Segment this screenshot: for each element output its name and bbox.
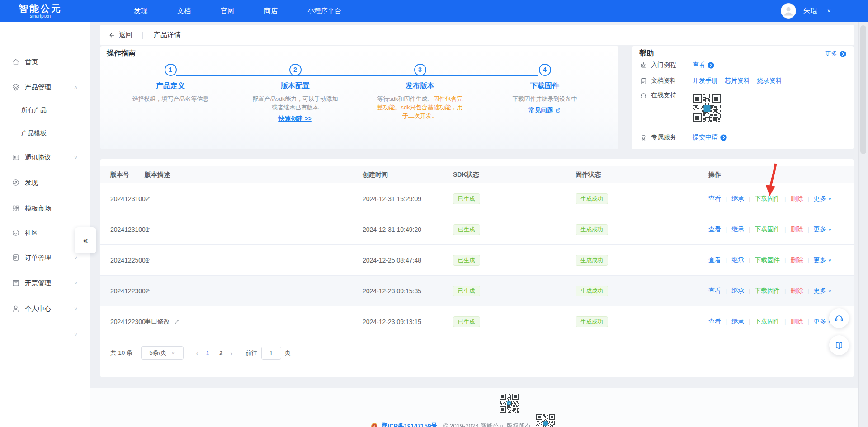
op-inherit-link[interactable]: 继承 xyxy=(731,195,744,203)
divider: | xyxy=(784,226,786,233)
support-float-button[interactable] xyxy=(829,308,849,328)
sidebar-item-5[interactable]: 通讯协议∨ xyxy=(0,148,90,166)
nav-item-1[interactable]: 发现 xyxy=(119,0,162,22)
divider: | xyxy=(784,257,786,263)
help-link[interactable]: 提交申请 xyxy=(693,133,727,141)
op-more-link[interactable]: 更多∨ xyxy=(814,287,832,295)
edit-pencil-icon[interactable] xyxy=(145,257,151,263)
edit-pencil-icon[interactable] xyxy=(174,318,180,325)
cell-sdk-status: 已生成 xyxy=(453,224,576,235)
table-row: 20241223001串口修改2024-12-23 09:13:15已生成生成成… xyxy=(100,306,854,337)
sidebar-item-3[interactable]: 所有产品 xyxy=(0,101,90,119)
op-view-link[interactable]: 查看 xyxy=(708,195,721,203)
avatar[interactable] xyxy=(781,3,796,19)
op-view-link[interactable]: 查看 xyxy=(708,225,721,234)
op-inherit-link[interactable]: 继承 xyxy=(731,256,744,264)
divider: | xyxy=(726,319,727,325)
nav-item-5[interactable]: 小程序平台 xyxy=(292,0,356,22)
op-delete-link[interactable]: 删除 xyxy=(790,318,803,326)
page-size-select[interactable]: 5条/页∨ xyxy=(141,346,184,360)
nav-item-3[interactable]: 官网 xyxy=(206,0,249,22)
op-delete-link[interactable]: 删除 xyxy=(790,195,803,203)
sidebar-item-label: 所有产品 xyxy=(21,106,47,114)
cell-sdk-status: 已生成 xyxy=(453,255,576,266)
circle-arrow-icon xyxy=(708,62,714,69)
edit-pencil-icon[interactable] xyxy=(145,195,151,202)
edit-pencil-icon[interactable] xyxy=(145,287,151,294)
sidebar-item-7[interactable]: 模板市场 xyxy=(0,199,90,217)
chevron-down-icon[interactable]: ∨ xyxy=(827,8,831,13)
page-number-1[interactable]: 1 xyxy=(201,350,215,357)
op-inherit-link[interactable]: 继承 xyxy=(731,318,744,326)
help-link[interactable]: 查看 xyxy=(693,61,714,69)
sidebar-item-2[interactable]: 产品管理∧ xyxy=(0,78,90,96)
next-page-button[interactable]: › xyxy=(228,349,236,357)
cell-firmware-status: 生成成功 xyxy=(576,316,708,327)
step-link[interactable]: 快速创建 >> xyxy=(278,115,312,123)
op-download-firmware-link[interactable]: 下载固件 xyxy=(755,287,780,295)
op-view-link[interactable]: 查看 xyxy=(708,256,721,264)
divider: | xyxy=(784,319,786,325)
sidebar-item-10[interactable]: 开票管理∨ xyxy=(0,274,90,292)
op-more-link[interactable]: 更多∨ xyxy=(814,256,832,264)
help-row-label: 入门例程 xyxy=(651,61,685,69)
sidebar-item-4[interactable]: 产品模板 xyxy=(0,124,90,142)
cell-created-time: 2024-12-23 09:15:35 xyxy=(363,287,453,295)
sidebar-item-11[interactable]: 个人中心∨ xyxy=(0,300,90,318)
op-download-firmware-link[interactable]: 下载固件 xyxy=(755,195,780,203)
prev-page-button[interactable]: ‹ xyxy=(193,349,201,357)
op-download-firmware-link[interactable]: 下载固件 xyxy=(755,318,780,326)
op-more-link[interactable]: 更多∨ xyxy=(814,195,832,203)
top-navbar: 智能公元 smartpi.cn 发现文档官网商店小程序平台 朱琨 ∨ xyxy=(0,0,868,22)
step-link[interactable]: 常见问题 xyxy=(529,106,561,114)
op-download-firmware-link[interactable]: 下载固件 xyxy=(755,256,780,264)
qr-logo: n xyxy=(507,401,511,405)
cell-created-time: 2024-12-31 15:29:09 xyxy=(363,195,453,202)
sidebar-item-ghost[interactable]: ∨ xyxy=(0,325,90,343)
op-view-link[interactable]: 查看 xyxy=(708,318,721,326)
cell-version: 20241223002 xyxy=(110,287,145,295)
table-row: 202412310022024-12-31 15:29:09已生成生成成功查看|… xyxy=(100,183,854,214)
user-area[interactable]: 朱琨 ∨ xyxy=(781,0,831,22)
help-link[interactable]: 烧录资料 xyxy=(757,77,782,85)
op-inherit-link[interactable]: 继承 xyxy=(731,287,744,295)
column-header-6: 操作 xyxy=(708,171,844,179)
op-delete-link[interactable]: 删除 xyxy=(790,225,803,234)
status-badge: 生成成功 xyxy=(576,286,608,296)
top-nav-menu: 发现文档官网商店小程序平台 xyxy=(119,0,356,22)
scrollbar-thumb[interactable] xyxy=(860,25,866,154)
orders-icon xyxy=(12,253,20,262)
external-link-icon xyxy=(555,108,561,113)
help-more-link[interactable]: 更多 xyxy=(825,50,846,58)
nav-item-4[interactable]: 商店 xyxy=(249,0,292,22)
sidebar-collapse-button[interactable]: « xyxy=(75,227,96,253)
op-download-firmware-link[interactable]: 下载固件 xyxy=(755,225,780,234)
docs-float-button[interactable] xyxy=(829,335,849,355)
help-row-label: 专属服务 xyxy=(651,133,685,141)
nav-item-2[interactable]: 文档 xyxy=(162,0,206,22)
op-delete-link[interactable]: 删除 xyxy=(790,256,803,264)
chevron-down-icon: ∨ xyxy=(828,289,832,293)
sidebar-item-1[interactable]: 首页 xyxy=(0,53,90,71)
help-link[interactable]: 开发手册 xyxy=(693,77,718,85)
back-button[interactable]: 返回 xyxy=(108,31,132,39)
page-number-2[interactable]: 2 xyxy=(214,350,228,357)
sidebar-item-6[interactable]: 发现 xyxy=(0,174,90,192)
divider: | xyxy=(749,319,750,325)
page-title: 产品详情 xyxy=(154,31,181,39)
cell-description xyxy=(145,287,363,294)
scrollbar-track xyxy=(858,22,868,427)
edit-pencil-icon[interactable] xyxy=(145,226,151,233)
chevron-down-icon: ∨ xyxy=(74,281,78,286)
op-view-link[interactable]: 查看 xyxy=(708,287,721,295)
help-link[interactable]: 芯片资料 xyxy=(725,77,750,85)
op-inherit-link[interactable]: 继承 xyxy=(731,225,744,234)
op-more-link[interactable]: 更多∨ xyxy=(814,225,832,234)
op-delete-link[interactable]: 删除 xyxy=(790,287,803,295)
robot-icon xyxy=(640,61,647,69)
step-description: 配置产品sdk能力，可以手动添加或者继承已有版本 xyxy=(250,94,340,112)
icp-link[interactable]: 鄂ICP备19147159号 xyxy=(382,422,437,427)
goto-page-input[interactable] xyxy=(261,347,281,360)
app-logo[interactable]: 智能公元 smartpi.cn xyxy=(15,4,66,19)
divider: | xyxy=(807,257,809,263)
